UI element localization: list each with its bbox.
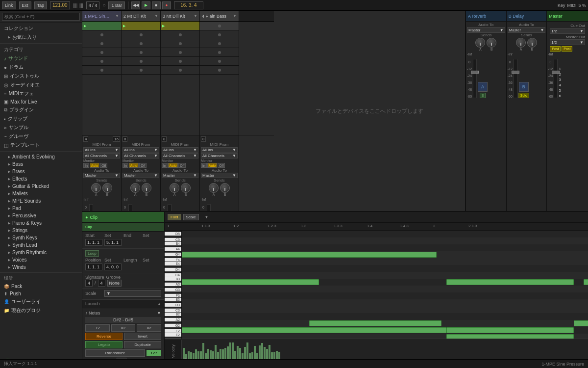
monitor-in-btn-2[interactable]: In [122,163,128,168]
piano-key-D5[interactable]: D5 [165,232,181,236]
note-block-Gs4-2[interactable] [446,279,574,285]
piano-key-G4[interactable]: G4 [165,253,181,257]
grid-row-A4[interactable] [182,272,588,279]
send-a-knob-2[interactable] [130,183,140,193]
len-value[interactable]: 4. 0. 0 [104,263,122,270]
clip-slot-1-6[interactable] [82,66,121,75]
play-button[interactable]: ▶ [142,1,150,9]
return-b-solo[interactable]: Solo [518,93,529,98]
browser-sound-item[interactable]: Brass [0,168,82,175]
piano-key-A3[interactable]: A3 [165,283,181,287]
piano-key-E3[interactable]: E3 [165,298,181,302]
track-header-3[interactable]: 3 Mt Dill Kit ▼ [161,11,200,21]
invert-button[interactable]: Invert [124,333,161,340]
browser-sound-item[interactable]: Ambient & Evolving [0,153,82,160]
return-b-send-a-knob[interactable] [516,38,526,48]
max-category[interactable]: Max for Live [0,98,82,105]
return-b-header[interactable]: B Delay [507,11,547,22]
browser-sound-item[interactable]: MPE Sounds [0,197,82,205]
start-value[interactable]: 1. 1. 1 [85,239,102,246]
browser-sound-item[interactable]: Synth Lead [0,241,82,249]
audio-to-dropdown-4[interactable]: Master▼ [201,173,238,178]
piano-key-G3[interactable]: G3 [165,288,181,292]
piano-key-A2[interactable]: A2 [165,318,181,322]
push-item[interactable]: ⬆ Push [0,290,82,297]
samples-category[interactable]: サンプル [0,123,82,132]
time-signature[interactable]: 4 / 4 [86,1,100,9]
note-block-D4-2[interactable] [574,320,588,326]
clip-slot-1-4[interactable] [82,48,121,57]
monitor-in-btn-1[interactable]: In [83,163,89,168]
x2-button-1[interactable]: ×2 [111,324,136,332]
all-channels-dropdown-2[interactable]: All Channels▼ [122,153,159,158]
monitor-off-btn-3[interactable]: Off [178,163,186,168]
templates-category[interactable]: テンプレート [0,141,82,150]
tap-button[interactable]: Tap [34,1,48,9]
fader-track-4[interactable] [207,204,211,211]
master-fader-handle[interactable] [552,71,560,74]
clip-slot-3-2[interactable] [161,30,199,39]
piano-key-B3[interactable]: B3 [165,277,181,281]
plugins-category[interactable]: プラグイン [0,105,82,114]
note-grid[interactable] [182,231,588,339]
piano-key-C3[interactable]: C3 [165,309,181,313]
piano-key-F3[interactable]: F3 [165,294,181,298]
cue-out-dropdown[interactable]: 1/2▼ [550,28,585,34]
return-a-fader-track[interactable] [473,59,477,98]
clip-play-icon-2[interactable]: ▶ [123,24,128,28]
x2-button-2[interactable]: ×2 [137,324,161,332]
monitor-off-btn-4[interactable]: Off [218,163,225,168]
midi-from-dropdown-4[interactable]: All Ins▼ [201,147,238,153]
record-button[interactable]: ● [162,1,171,9]
piano-key-E4[interactable]: E4 [165,262,181,266]
clip-slot-4-2[interactable] [200,30,239,39]
monitor-auto-btn-4[interactable]: Auto [207,163,217,168]
link-button[interactable]: Link [2,1,16,9]
send-b-knob-4[interactable] [220,183,230,193]
scale-button[interactable]: Scale [183,214,199,220]
send-a-knob-3[interactable] [170,183,179,193]
clip-slot-2-2[interactable] [122,30,160,39]
collection-header[interactable]: コレクション [0,24,82,33]
midi-effects-category[interactable]: MIDIエフェ [0,89,82,98]
pack-item[interactable]: 📦 Pack [0,283,82,290]
midi-from-dropdown-1[interactable]: All Ins▼ [83,147,120,153]
piano-key-B4[interactable]: B4 [165,242,181,246]
categories-header[interactable]: カテゴリ [0,45,82,54]
midi-from-dropdown-3[interactable]: All Ins▼ [162,147,198,153]
note-block-Gs4[interactable] [182,279,319,285]
grid-row-Ds4[interactable] [182,313,588,320]
piano-key-A4[interactable]: A4 [165,247,181,251]
clip-slot-4-1[interactable] [200,22,239,30]
browser-sound-item[interactable]: Pad [0,205,82,212]
send-a-knob-4[interactable] [209,183,219,193]
send-b-knob-3[interactable] [181,183,191,193]
track-fold-3[interactable]: ▼ [194,14,197,18]
all-channels-dropdown-1[interactable]: All Channels▼ [83,153,120,158]
bar-mode-button[interactable]: 1 Bar [108,1,125,9]
clip-slot-1-3[interactable] [82,39,121,48]
loop-button[interactable]: Loop [85,250,99,257]
all-channels-dropdown-3[interactable]: All Channels▼ [162,153,198,158]
track-header-4[interactable]: 4 Plain Bass ▼ [200,11,239,21]
clip-slot-3-4[interactable] [161,48,199,57]
piano-key-F2[interactable]: F2 [165,329,181,333]
duplicate-button[interactable]: Duplicate [124,341,161,348]
browser-sound-item[interactable]: Voices [0,256,82,263]
post-btn-2[interactable]: Post [562,46,572,52]
post-btn-1[interactable]: Post [550,46,561,52]
grid-row-Ds5[interactable] [182,231,588,237]
track-fold-1[interactable]: ▼ [115,14,119,18]
end-value[interactable]: 5. 1. 1 [104,239,122,246]
grid-row-E4[interactable] [182,306,588,313]
send-a-knob-1[interactable] [91,183,101,193]
return-a-dropdown[interactable]: Master▼ [467,27,505,33]
return-a-send-knob[interactable] [475,38,485,48]
clip-slot-3-6[interactable] [161,66,199,75]
piano-key-B2[interactable]: B2 [165,313,181,316]
fold-button[interactable]: Fold [168,214,181,220]
grid-row-B4[interactable] [182,258,588,265]
all-channels-dropdown-4[interactable]: All Channels▼ [201,153,238,158]
pos-value[interactable]: 1. 1. 1 [85,263,102,270]
browser-sound-item[interactable]: Synth Keys [0,234,82,241]
